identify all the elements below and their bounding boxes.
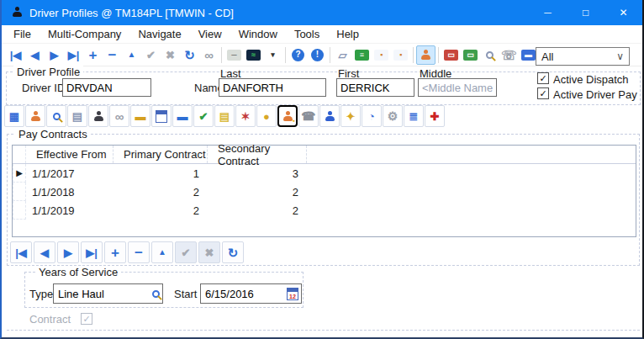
last-name-field[interactable] — [219, 78, 326, 97]
add-record-button[interactable]: + — [83, 45, 103, 65]
phone-icon[interactable]: ☎ — [298, 105, 319, 127]
wallet-icon[interactable]: ▬ — [172, 105, 193, 127]
system-monitor-button[interactable]: ≈ — [244, 45, 263, 65]
calendar-picker-icon[interactable]: 12 — [287, 288, 298, 300]
clock-play-icon[interactable]: ◔ — [362, 105, 382, 127]
prev-record-button[interactable]: ◀ — [25, 45, 45, 65]
refresh-button[interactable]: ↻ — [180, 45, 199, 65]
grid-first-button[interactable]: |◀ — [10, 241, 32, 263]
report-icon[interactable]: ≣ — [404, 105, 424, 127]
chauffeur-icon[interactable] — [88, 105, 108, 127]
grid-add-button[interactable]: + — [104, 241, 126, 263]
wrench-icon[interactable]: ⚙ — [383, 105, 403, 127]
cell-effective-from[interactable]: 1/1/2019 — [26, 201, 113, 220]
lookup-icon[interactable] — [152, 290, 160, 298]
table-row[interactable]: 1/1/201822 — [13, 183, 636, 201]
row-selector-cell[interactable] — [13, 201, 26, 220]
contact-card-button[interactable]: ▪ — [372, 45, 391, 65]
notes-icon[interactable]: ▤ — [214, 105, 235, 127]
cell-effective-from[interactable]: 1/1/2018 — [26, 183, 113, 201]
equipment-weights-icon[interactable]: ∞ — [109, 105, 129, 127]
officer-icon[interactable] — [319, 105, 340, 127]
cancel-button[interactable]: ✖ — [161, 45, 180, 65]
type-field[interactable] — [53, 283, 163, 304]
calendar-icon[interactable] — [151, 105, 172, 127]
info-button[interactable]: ! — [308, 45, 327, 65]
copy-document-button[interactable]: ▱ — [333, 45, 352, 65]
menu-help[interactable]: Help — [328, 26, 367, 42]
cell-secondary-contract[interactable]: 2 — [208, 201, 307, 220]
start-input[interactable] — [205, 288, 287, 300]
type-input[interactable] — [58, 288, 152, 300]
medical-icon[interactable]: ✚ — [425, 105, 445, 127]
row-selector-cell[interactable]: ▶ — [13, 164, 26, 183]
profile-checklist-icon[interactable]: ▤ — [67, 105, 87, 127]
phone-handset-button[interactable]: ☏ — [499, 45, 519, 65]
start-field[interactable]: 12 — [200, 283, 302, 304]
grid-save-button[interactable]: ✔ — [175, 241, 197, 263]
grid-refresh-button[interactable]: ↻ — [222, 241, 244, 263]
grid-delete-button[interactable]: − — [128, 241, 150, 263]
last-record-button[interactable]: ▶| — [64, 45, 83, 65]
table-row[interactable]: 1/1/201922 — [13, 201, 636, 220]
column-header-secondary-contract[interactable]: Secondary Contract — [208, 146, 307, 163]
grid-prev-button[interactable]: ◀ — [34, 241, 55, 263]
carrier-search-button[interactable] — [480, 45, 499, 65]
active-dispatch-checkbox[interactable] — [537, 72, 549, 84]
address-book-button[interactable]: ≡ — [352, 45, 372, 65]
cell-primary-contract[interactable]: 1 — [113, 164, 208, 183]
pay-rates-icon[interactable]: ▦ — [4, 105, 24, 127]
first-name-field[interactable] — [336, 78, 414, 97]
delete-record-button[interactable]: − — [103, 45, 122, 65]
money-bag-icon[interactable]: ● — [256, 105, 277, 127]
cell-primary-contract[interactable]: 2 — [113, 201, 208, 220]
contact-card-alt-button[interactable]: ▪ — [391, 45, 410, 65]
cell-effective-from[interactable]: 1/1/2017 — [26, 164, 113, 183]
driver-security-icon[interactable]: ▪ — [277, 105, 298, 127]
row-selector-cell[interactable] — [13, 183, 26, 201]
find-binoculars-button[interactable]: ∞ — [199, 45, 219, 65]
cell-secondary-contract[interactable]: 3 — [208, 164, 307, 183]
grid-collapse-button[interactable]: ▲ — [151, 241, 173, 263]
grid-last-button[interactable]: ▶| — [81, 241, 103, 263]
close-button[interactable]: ✕ — [604, 0, 642, 25]
document-check-icon[interactable]: ✔ — [193, 105, 214, 127]
trailer-button[interactable]: ▭ — [461, 45, 480, 65]
table-row[interactable]: ▶1/1/201713 — [13, 164, 636, 183]
first-record-button[interactable]: |◀ — [6, 45, 25, 65]
minimize-button[interactable]: ─ — [529, 0, 567, 25]
filter-dropdown[interactable]: All ∨ — [536, 47, 630, 66]
driver-id-field[interactable] — [62, 78, 151, 97]
active-driver-pay-checkbox[interactable] — [537, 87, 549, 99]
menu-tools[interactable]: Tools — [286, 26, 328, 42]
print-button[interactable]: ─ — [224, 45, 244, 65]
save-button[interactable]: ✔ — [141, 45, 161, 65]
menu-window[interactable]: Window — [230, 26, 286, 42]
cell-secondary-contract[interactable]: 2 — [208, 183, 307, 201]
column-header-primary-contract[interactable]: Primary Contract — [113, 146, 208, 163]
menu-view[interactable]: View — [190, 26, 230, 42]
pay-card-icon[interactable]: ▬ — [130, 105, 150, 127]
next-record-button[interactable]: ▶ — [45, 45, 64, 65]
key-icon[interactable]: ✦ — [340, 105, 361, 127]
cell-primary-contract[interactable]: 2 — [113, 183, 208, 201]
monitor-dropdown-caret[interactable]: ▾ — [263, 45, 282, 65]
driver-profile-button[interactable] — [416, 45, 435, 65]
column-header-effective-from[interactable]: Effective From — [26, 146, 113, 163]
maximize-button[interactable]: □ — [567, 0, 604, 25]
tractor-button[interactable]: ▭ — [441, 45, 461, 65]
toolbar-separator — [285, 47, 286, 63]
grid-cancel-button[interactable]: ✖ — [198, 241, 220, 263]
window-controls: ─□✕ — [529, 0, 642, 25]
menu-multi-company[interactable]: Multi-Company — [40, 26, 129, 42]
help-button[interactable]: ? — [288, 45, 308, 65]
network-icon[interactable]: ✶ — [235, 105, 256, 127]
collapse-button[interactable]: ▲ — [122, 45, 141, 65]
search-icon[interactable] — [46, 105, 66, 127]
menu-file[interactable]: File — [5, 26, 40, 42]
grid-next-button[interactable]: ▶ — [57, 241, 79, 263]
menu-navigate[interactable]: Navigate — [129, 26, 189, 42]
carrier-search-glyph — [486, 51, 494, 59]
driver-info-icon[interactable] — [25, 105, 45, 127]
middle-name-field[interactable] — [418, 78, 497, 97]
